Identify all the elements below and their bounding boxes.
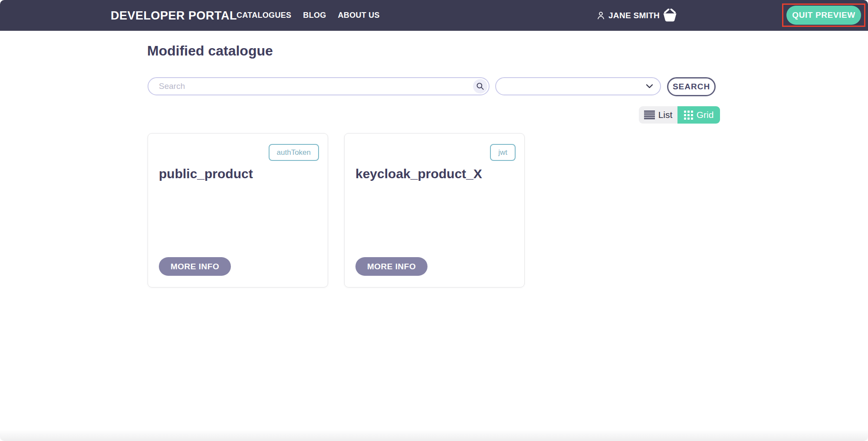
product-tag-badge: authToken xyxy=(269,144,319,161)
basket-icon xyxy=(663,9,677,22)
quit-preview-highlight-box: QUIT PREVIEW xyxy=(782,3,865,27)
top-navigation-bar: DEVELOPER PORTAL CATALOGUES BLOG ABOUT U… xyxy=(0,0,868,31)
nav-item-catalogues[interactable]: CATALOGUES xyxy=(237,11,291,20)
search-input[interactable] xyxy=(148,77,490,95)
product-title: public_product xyxy=(159,167,253,181)
list-icon xyxy=(644,111,655,119)
grid-icon xyxy=(684,111,693,120)
page-title: Modified catalogue xyxy=(147,43,273,59)
filter-select[interactable] xyxy=(495,77,661,95)
basket-button[interactable] xyxy=(663,0,677,31)
quit-preview-button[interactable]: QUIT PREVIEW xyxy=(786,6,861,25)
user-menu[interactable]: JANE SMITH xyxy=(596,0,669,31)
developer-portal-page: DEVELOPER PORTAL CATALOGUES BLOG ABOUT U… xyxy=(0,0,868,441)
nav-item-blog[interactable]: BLOG xyxy=(303,11,326,20)
user-name-label: JANE SMITH xyxy=(608,11,660,20)
product-card: jwt keycloak_product_X MORE INFO xyxy=(344,133,525,287)
product-tag-badge: jwt xyxy=(490,144,516,161)
more-info-button[interactable]: MORE INFO xyxy=(159,257,231,276)
nav-item-about-us[interactable]: ABOUT US xyxy=(338,11,380,20)
view-toggle: List Grid xyxy=(639,106,720,124)
main-nav: CATALOGUES BLOG ABOUT US xyxy=(237,0,380,31)
product-title: keycloak_product_X xyxy=(355,167,482,181)
bottom-shadow-gradient xyxy=(0,430,868,441)
brand-logo[interactable]: DEVELOPER PORTAL xyxy=(111,9,237,22)
toggle-grid-label: Grid xyxy=(697,110,714,120)
toggle-list-view[interactable]: List xyxy=(639,106,677,124)
search-icon xyxy=(476,82,484,91)
search-button[interactable]: SEARCH xyxy=(667,77,716,96)
search-field-wrap xyxy=(148,77,490,95)
product-card: authToken public_product MORE INFO xyxy=(148,133,328,287)
toggle-grid-view[interactable]: Grid xyxy=(677,106,720,124)
chevron-down-icon xyxy=(646,84,653,89)
more-info-button[interactable]: MORE INFO xyxy=(355,257,427,276)
user-icon xyxy=(596,11,605,20)
search-icon-button[interactable] xyxy=(473,79,487,94)
toggle-list-label: List xyxy=(658,110,673,120)
